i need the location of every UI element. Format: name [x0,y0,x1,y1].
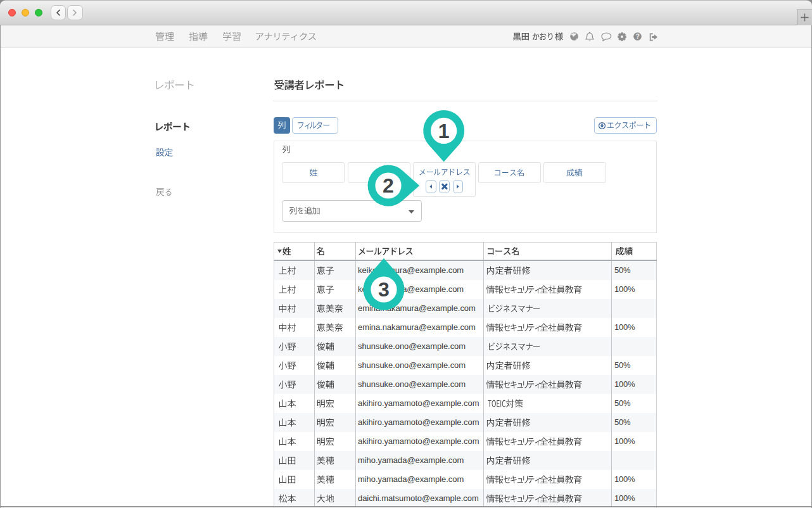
svg-text:1: 1 [438,120,450,143]
svg-text:?: ? [636,32,640,40]
